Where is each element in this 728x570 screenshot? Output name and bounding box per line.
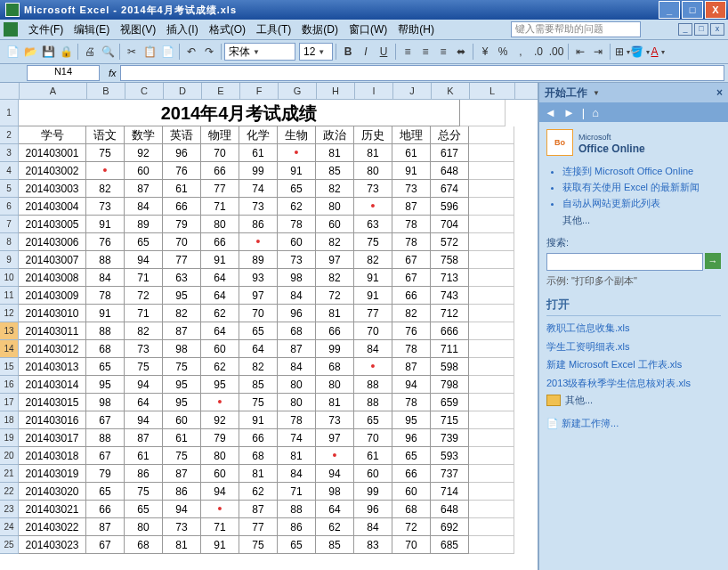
cell[interactable]: 674 — [431, 180, 469, 198]
cell[interactable]: 201403003 — [19, 180, 86, 198]
cell[interactable]: 总分 — [431, 126, 469, 144]
row-header[interactable]: 15 — [0, 358, 19, 376]
menu-item[interactable]: 帮助(H) — [392, 22, 440, 37]
cell[interactable]: 60 — [201, 465, 239, 483]
cell[interactable]: 86 — [125, 465, 163, 483]
col-header[interactable]: G — [279, 83, 317, 99]
cell[interactable]: 98 — [278, 269, 316, 287]
cell[interactable]: 98 — [86, 394, 125, 411]
save-icon[interactable]: 💾 — [40, 44, 56, 60]
cell[interactable]: 84 — [278, 358, 316, 376]
cell[interactable]: 798 — [431, 376, 469, 394]
cell[interactable] — [469, 483, 514, 501]
cell[interactable]: 88 — [354, 394, 392, 411]
cell[interactable]: 60 — [316, 216, 354, 233]
row-header[interactable]: 24 — [0, 518, 19, 536]
cell[interactable]: 数学 — [125, 126, 163, 144]
cell[interactable]: 84 — [125, 198, 163, 216]
cell[interactable]: 88 — [86, 429, 125, 447]
cell[interactable]: 758 — [431, 251, 469, 269]
copy-icon[interactable]: 📋 — [142, 44, 158, 60]
cell[interactable]: 学号 — [19, 126, 86, 144]
cell[interactable]: 61 — [163, 429, 201, 447]
cell[interactable]: 67 — [392, 251, 431, 269]
cell[interactable]: 91 — [354, 287, 392, 305]
paste-icon[interactable]: 📄 — [159, 44, 175, 60]
print-icon[interactable]: 🖨 — [82, 44, 98, 60]
menu-item[interactable]: 工具(T) — [251, 22, 296, 37]
cell[interactable]: 80 — [316, 376, 354, 394]
cell[interactable]: 79 — [201, 429, 239, 447]
cell[interactable]: 70 — [354, 429, 392, 447]
cell[interactable]: 94 — [125, 376, 163, 394]
cell[interactable]: 91 — [86, 216, 125, 233]
cell[interactable]: 201403019 — [19, 465, 86, 483]
permission-icon[interactable]: 🔒 — [58, 44, 74, 60]
row-header[interactable]: 10 — [0, 269, 19, 287]
cell[interactable]: 201403004 — [19, 198, 86, 216]
cell[interactable]: 75 — [86, 144, 125, 162]
cell[interactable]: 94 — [125, 411, 163, 429]
cell[interactable]: 648 — [431, 501, 469, 518]
cell[interactable]: 67 — [86, 536, 125, 554]
cell[interactable]: 77 — [201, 180, 239, 198]
cell[interactable]: 87 — [392, 358, 431, 376]
cell[interactable]: 84 — [86, 269, 125, 287]
cell[interactable]: 617 — [431, 144, 469, 162]
borders-icon[interactable]: ⊞▾ — [614, 44, 630, 60]
cell[interactable]: 99 — [239, 162, 278, 180]
cell[interactable]: 648 — [431, 162, 469, 180]
cell[interactable]: 68 — [125, 536, 163, 554]
cell[interactable]: 62 — [278, 198, 316, 216]
underline-icon[interactable]: U — [376, 44, 392, 60]
cell[interactable]: 95 — [163, 394, 201, 411]
cell[interactable]: 政治 — [316, 126, 354, 144]
cell[interactable]: 72 — [316, 287, 354, 305]
row-header[interactable]: 21 — [0, 465, 19, 483]
row-header[interactable]: 19 — [0, 429, 19, 447]
cell[interactable]: 78 — [278, 411, 316, 429]
cell[interactable]: 68 — [86, 340, 125, 358]
cell[interactable]: 65 — [239, 322, 278, 340]
font-name-select[interactable]: 宋体▼ — [224, 43, 295, 61]
cell[interactable]: 语文 — [86, 126, 125, 144]
cell[interactable]: 201403018 — [19, 447, 86, 465]
row-header[interactable]: 13 — [0, 322, 19, 340]
menu-item[interactable]: 文件(F) — [23, 22, 69, 37]
cell[interactable]: 75 — [125, 483, 163, 501]
cell[interactable] — [469, 394, 514, 411]
cell[interactable] — [469, 340, 514, 358]
close-button[interactable]: X — [705, 1, 726, 19]
cell[interactable]: • — [239, 233, 278, 251]
cell[interactable]: 70 — [163, 233, 201, 251]
col-header[interactable]: H — [317, 83, 355, 99]
cell[interactable] — [469, 447, 514, 465]
worksheet[interactable]: ABCDEFGHIJKL 12014年4月考试成绩2学号语文数学英语物理化学生物… — [0, 83, 538, 570]
cell[interactable]: 67 — [86, 447, 125, 465]
currency-icon[interactable]: ¥ — [477, 44, 493, 60]
cell[interactable]: 201403023 — [19, 536, 86, 554]
cell[interactable]: 82 — [239, 358, 278, 376]
mdi-close[interactable]: x — [710, 23, 724, 36]
cell[interactable]: 62 — [239, 483, 278, 501]
cell[interactable] — [469, 269, 514, 287]
row-header[interactable]: 7 — [0, 216, 19, 233]
cell[interactable]: 91 — [86, 305, 125, 322]
cell[interactable]: 71 — [201, 198, 239, 216]
cell[interactable]: 65 — [354, 411, 392, 429]
row-header[interactable]: 18 — [0, 411, 19, 429]
cell[interactable]: 72 — [125, 287, 163, 305]
cell[interactable]: 63 — [354, 216, 392, 233]
cell[interactable]: • — [86, 162, 125, 180]
cell[interactable]: 98 — [316, 483, 354, 501]
cell[interactable]: 82 — [354, 251, 392, 269]
cell[interactable] — [469, 216, 514, 233]
cell[interactable]: 81 — [316, 305, 354, 322]
cell[interactable]: 201403010 — [19, 305, 86, 322]
cell[interactable]: 95 — [163, 376, 201, 394]
cell[interactable]: 62 — [316, 518, 354, 536]
cell[interactable]: 711 — [431, 340, 469, 358]
cell[interactable]: 77 — [354, 305, 392, 322]
cell[interactable]: • — [201, 501, 239, 518]
cell[interactable]: 714 — [431, 483, 469, 501]
